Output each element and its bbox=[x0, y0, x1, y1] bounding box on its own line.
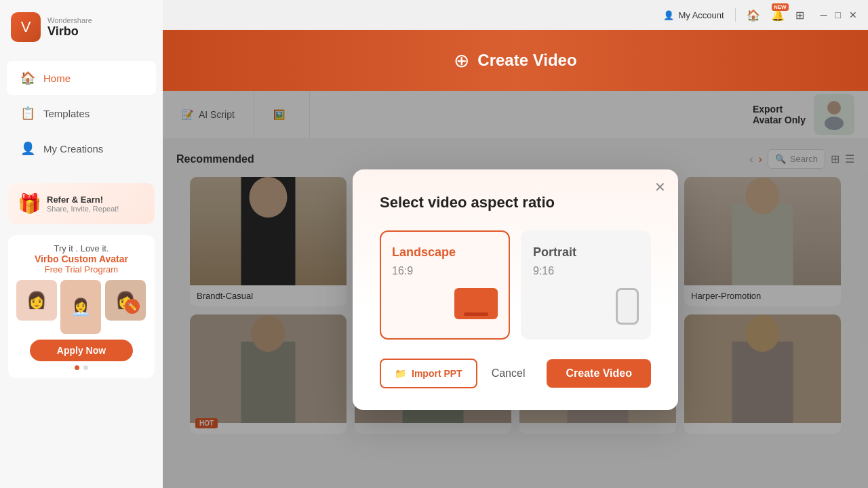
avatar-mini-grid: 👩 👩‍💼 👩 ✏️ bbox=[16, 280, 146, 334]
dot-2 bbox=[83, 365, 88, 370]
modal-title: Select video aspect ratio bbox=[380, 194, 651, 211]
app-name: Virbo bbox=[47, 24, 92, 39]
modal-overlay: ✕ Select video aspect ratio Landscape 16… bbox=[163, 91, 868, 488]
modal-close-button[interactable]: ✕ bbox=[654, 179, 666, 195]
titlebar: 👤 My Account 🏠 🔔 NEW ⊞ ─ □ ✕ bbox=[163, 0, 868, 30]
avatar-thumb-3: 👩 bbox=[105, 280, 146, 321]
import-ppt-button[interactable]: 📁 Import PPT bbox=[380, 359, 477, 388]
aspect-ratio-modal: ✕ Select video aspect ratio Landscape 16… bbox=[353, 169, 678, 410]
account-icon: 👤 bbox=[663, 10, 674, 20]
dot-1 bbox=[75, 365, 79, 370]
import-ppt-icon: 📁 bbox=[395, 368, 406, 379]
brand-name: Wondershare bbox=[47, 16, 92, 24]
promo-subtitle: Share, Invite, Repeat! bbox=[47, 205, 119, 213]
minimize-button[interactable]: ─ bbox=[821, 9, 827, 20]
carousel-dots bbox=[16, 365, 146, 370]
my-creations-icon: 👤 bbox=[20, 141, 35, 156]
cancel-button[interactable]: Cancel bbox=[478, 359, 539, 388]
grid-icon[interactable]: ⊞ bbox=[795, 9, 804, 22]
home-nav-icon[interactable]: 🏠 bbox=[747, 9, 760, 22]
create-video-banner[interactable]: ⊕ Create Video bbox=[163, 30, 868, 91]
refer-earn-promo[interactable]: 🎁 Refer & Earn! Share, Invite, Repeat! bbox=[8, 183, 155, 224]
custom-avatar-free: Free Trial Program bbox=[16, 264, 146, 274]
create-video-icon: ⊕ bbox=[454, 49, 469, 72]
portrait-label: Portrait bbox=[533, 245, 639, 260]
create-video-button[interactable]: Create Video bbox=[547, 359, 651, 388]
portrait-option[interactable]: Portrait 9:16 bbox=[521, 230, 651, 340]
notifications-icon[interactable]: 🔔 NEW bbox=[771, 9, 785, 22]
sidebar-item-templates[interactable]: 📋 Templates bbox=[7, 96, 156, 130]
content-area: 📝 AI Script 🖼️ ExportAvatar Only bbox=[163, 91, 868, 488]
sidebar-nav: 🏠 Home 📋 Templates 👤 My Creations bbox=[0, 54, 163, 172]
portrait-ratio: 9:16 bbox=[533, 265, 639, 277]
landscape-ratio: 16:9 bbox=[392, 265, 498, 277]
modal-actions: 📁 Import PPT Cancel Create Video bbox=[380, 359, 651, 388]
account-label: My Account bbox=[678, 10, 724, 20]
sidebar: V Wondershare Virbo 🏠 Home 📋 Templates 👤… bbox=[0, 0, 163, 488]
landscape-option[interactable]: Landscape 16:9 bbox=[380, 230, 510, 340]
aspect-options: Landscape 16:9 Portrait 9:16 bbox=[380, 230, 651, 340]
sidebar-item-label-my-creations: My Creations bbox=[43, 143, 103, 155]
custom-avatar-promo: Try it . Love it. Virbo Custom Avatar Fr… bbox=[8, 235, 155, 378]
titlebar-separator bbox=[735, 8, 736, 22]
close-button[interactable]: ✕ bbox=[849, 9, 857, 20]
promo-title: Refer & Earn! bbox=[47, 195, 119, 205]
window-controls: ─ □ ✕ bbox=[821, 9, 857, 20]
titlebar-actions: 🏠 🔔 NEW ⊞ bbox=[747, 9, 804, 22]
create-video-label: Create Video bbox=[477, 51, 576, 70]
modal-right-buttons: Cancel Create Video bbox=[478, 359, 651, 388]
custom-avatar-try: Try it . Love it. bbox=[16, 243, 146, 253]
sidebar-item-label-templates: Templates bbox=[43, 108, 90, 119]
new-badge: NEW bbox=[772, 3, 789, 11]
sidebar-item-label-home: Home bbox=[43, 73, 71, 84]
sidebar-item-home[interactable]: 🏠 Home bbox=[7, 61, 156, 95]
maximize-button[interactable]: □ bbox=[835, 9, 841, 20]
apply-now-button[interactable]: Apply Now bbox=[30, 340, 133, 361]
landscape-label: Landscape bbox=[392, 245, 498, 260]
avatar-thumb-1: 👩 bbox=[16, 280, 57, 321]
app-logo: V Wondershare Virbo bbox=[0, 0, 163, 54]
gift-icon: 🎁 bbox=[18, 192, 41, 215]
account-button[interactable]: 👤 My Account bbox=[663, 10, 724, 20]
logo-icon: V bbox=[11, 12, 41, 42]
import-ppt-label: Import PPT bbox=[412, 368, 462, 379]
sidebar-item-my-creations[interactable]: 👤 My Creations bbox=[7, 131, 156, 165]
avatar-edit-icon: ✏️ bbox=[125, 299, 140, 314]
custom-avatar-name: Virbo Custom Avatar bbox=[16, 253, 146, 264]
home-icon: 🏠 bbox=[20, 70, 35, 85]
templates-icon: 📋 bbox=[20, 106, 35, 121]
main-content: 👤 My Account 🏠 🔔 NEW ⊞ ─ □ ✕ ⊕ Create Vi… bbox=[163, 0, 868, 488]
avatar-thumb-featured: 👩‍💼 bbox=[60, 280, 101, 334]
